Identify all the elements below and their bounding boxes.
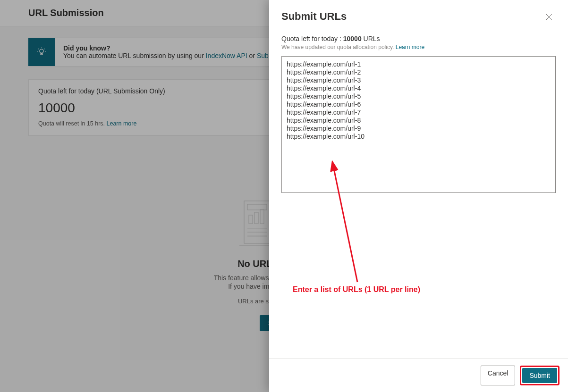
submit-button-highlight: Submit xyxy=(520,366,560,385)
panel-quota-value: 10000 xyxy=(343,35,362,42)
panel-quota-line: Quota left for today : 10000 URLs xyxy=(281,35,556,42)
panel-title: Submit URLs xyxy=(281,10,347,23)
cancel-button[interactable]: Cancel xyxy=(481,366,516,385)
annotation-text: Enter a list of URLs (1 URL per line) xyxy=(293,285,420,294)
close-icon xyxy=(546,14,552,20)
panel-policy-link[interactable]: Learn more xyxy=(396,44,424,50)
submit-urls-panel: Submit URLs Quota left for today : 10000… xyxy=(269,0,568,392)
url-textarea[interactable] xyxy=(281,56,556,193)
panel-footer: Cancel Submit xyxy=(269,359,568,392)
panel-quota-prefix: Quota left for today : xyxy=(281,35,343,42)
panel-quota-suffix: URLs xyxy=(362,35,380,42)
panel-policy-text: We have updated our quota allocation pol… xyxy=(281,44,396,50)
submit-button[interactable]: Submit xyxy=(522,368,557,383)
panel-policy-line: We have updated our quota allocation pol… xyxy=(281,44,556,50)
close-button[interactable] xyxy=(543,10,556,24)
